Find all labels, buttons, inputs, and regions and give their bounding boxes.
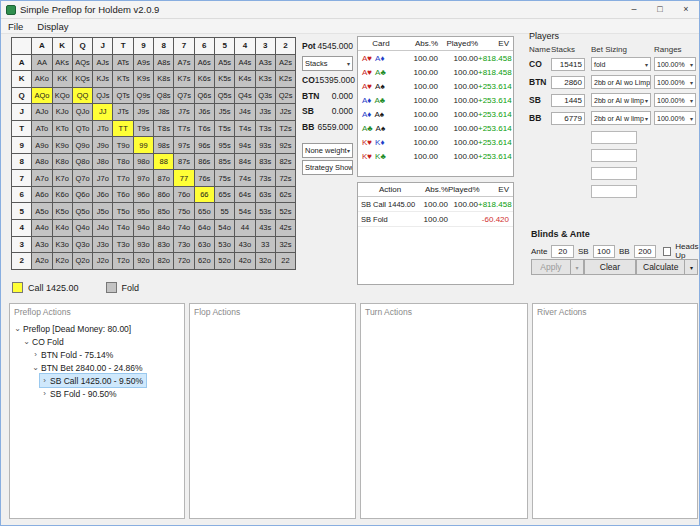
matrix-cell-Q7s[interactable]: Q7s xyxy=(174,88,194,105)
matrix-cell-98o[interactable]: 98o xyxy=(134,154,154,171)
matrix-cell-AJs[interactable]: AJs xyxy=(93,55,113,72)
matrix-cell-92s[interactable]: 92s xyxy=(276,137,296,154)
matrix-cell-72o[interactable]: 72o xyxy=(174,253,194,270)
matrix-cell-TT[interactable]: TT xyxy=(113,121,133,138)
matrix-cell-63s[interactable]: 63s xyxy=(256,187,276,204)
matrix-cell-K6o[interactable]: K6o xyxy=(53,187,73,204)
tree-expand-icon[interactable]: › xyxy=(31,350,40,359)
card-row[interactable]: A♦A♣100.00100.00+253.614 xyxy=(358,93,513,107)
matrix-cell-75s[interactable]: 75s xyxy=(215,170,235,187)
matrix-cell-95o[interactable]: 95o xyxy=(134,203,154,220)
matrix-cell-K7o[interactable]: K7o xyxy=(53,170,73,187)
empty-player-slot[interactable] xyxy=(591,185,637,198)
matrix-cell-63o[interactable]: 63o xyxy=(195,237,215,254)
matrix-cell-76s[interactable]: 76s xyxy=(195,170,215,187)
matrix-cell-74o[interactable]: 74o xyxy=(174,220,194,237)
matrix-cell-Q6o[interactable]: Q6o xyxy=(73,187,93,204)
matrix-cell-86o[interactable]: 86o xyxy=(154,187,174,204)
bet-sizing-dropdown[interactable]: fold▾ xyxy=(591,57,651,71)
matrix-cell-KJo[interactable]: KJo xyxy=(53,104,73,121)
matrix-cell-83s[interactable]: 83s xyxy=(256,154,276,171)
matrix-cell-33[interactable]: 33 xyxy=(256,237,276,254)
player-stack-input[interactable]: 2860 xyxy=(551,76,585,89)
matrix-cell-96o[interactable]: 96o xyxy=(134,187,154,204)
matrix-cell-AKs[interactable]: AKs xyxy=(53,55,73,72)
matrix-cell-85s[interactable]: 85s xyxy=(215,154,235,171)
matrix-cell-T4s[interactable]: T4s xyxy=(235,121,255,138)
matrix-cell-QQ[interactable]: QQ xyxy=(73,88,93,105)
matrix-cell-64o[interactable]: 64o xyxy=(195,220,215,237)
matrix-cell-KJs[interactable]: KJs xyxy=(93,71,113,88)
matrix-cell-77[interactable]: 77 xyxy=(174,170,194,187)
matrix-cell-K2o[interactable]: K2o xyxy=(53,253,73,270)
matrix-cell-J7s[interactable]: J7s xyxy=(174,104,194,121)
card-row[interactable]: A♥A♣100.00100.00+818.458 xyxy=(358,65,513,79)
matrix-cell-KQs[interactable]: KQs xyxy=(73,71,93,88)
apply-button[interactable]: Apply xyxy=(531,259,571,275)
matrix-cell-52o[interactable]: 52o xyxy=(215,253,235,270)
calculate-button[interactable]: Calculate xyxy=(636,259,685,275)
matrix-cell-A5o[interactable]: A5o xyxy=(32,203,52,220)
matrix-cell-J9o[interactable]: J9o xyxy=(93,137,113,154)
matrix-cell-J8s[interactable]: J8s xyxy=(154,104,174,121)
matrix-cell-98s[interactable]: 98s xyxy=(154,137,174,154)
matrix-cell-A5s[interactable]: A5s xyxy=(215,55,235,72)
matrix-cell-55[interactable]: 55 xyxy=(215,203,235,220)
maximize-icon[interactable]: □ xyxy=(647,1,673,18)
matrix-cell-62o[interactable]: 62o xyxy=(195,253,215,270)
matrix-cell-A7s[interactable]: A7s xyxy=(174,55,194,72)
matrix-cell-A3o[interactable]: A3o xyxy=(32,237,52,254)
weight-dropdown[interactable]: None weight ▾ xyxy=(302,143,353,158)
matrix-cell-Q2s[interactable]: Q2s xyxy=(276,88,296,105)
matrix-cell-QTo[interactable]: QTo xyxy=(73,121,93,138)
matrix-cell-KTs[interactable]: KTs xyxy=(113,71,133,88)
matrix-cell-88[interactable]: 88 xyxy=(154,154,174,171)
player-stack-input[interactable]: 6779 xyxy=(551,112,585,125)
matrix-cell-54o[interactable]: 54o xyxy=(215,220,235,237)
matrix-cell-84o[interactable]: 84o xyxy=(154,220,174,237)
matrix-cell-JTo[interactable]: JTo xyxy=(93,121,113,138)
empty-player-slot[interactable] xyxy=(591,149,637,162)
matrix-cell-A4o[interactable]: A4o xyxy=(32,220,52,237)
matrix-cell-52s[interactable]: 52s xyxy=(276,203,296,220)
minimize-icon[interactable]: – xyxy=(621,1,647,18)
matrix-cell-Q8s[interactable]: Q8s xyxy=(154,88,174,105)
matrix-cell-85o[interactable]: 85o xyxy=(154,203,174,220)
matrix-cell-A6s[interactable]: A6s xyxy=(195,55,215,72)
matrix-cell-65s[interactable]: 65s xyxy=(215,187,235,204)
matrix-cell-32s[interactable]: 32s xyxy=(276,237,296,254)
matrix-cell-Q2o[interactable]: Q2o xyxy=(73,253,93,270)
matrix-cell-22[interactable]: 22 xyxy=(276,253,296,270)
matrix-cell-32o[interactable]: 32o xyxy=(256,253,276,270)
stacks-dropdown[interactable]: Stacks ▾ xyxy=(302,56,353,71)
matrix-cell-JTs[interactable]: JTs xyxy=(113,104,133,121)
matrix-cell-AQs[interactable]: AQs xyxy=(73,55,93,72)
ante-input[interactable]: 20 xyxy=(551,245,573,258)
matrix-cell-94o[interactable]: 94o xyxy=(134,220,154,237)
tree-item[interactable]: ⌄Preflop [Dead Money: 80.00] xyxy=(13,322,134,335)
action-row[interactable]: SB Call 1445.00100.00100.00+818.458 xyxy=(358,197,513,212)
matrix-cell-A2s[interactable]: A2s xyxy=(276,55,296,72)
tree-item[interactable]: ›SB Fold - 90.50% xyxy=(40,387,120,400)
bet-sizing-dropdown[interactable]: 2bb or AI w limp▾ xyxy=(591,93,651,107)
matrix-cell-J6s[interactable]: J6s xyxy=(195,104,215,121)
matrix-cell-J6o[interactable]: J6o xyxy=(93,187,113,204)
matrix-cell-KQo[interactable]: KQo xyxy=(53,88,73,105)
matrix-cell-44[interactable]: 44 xyxy=(235,220,255,237)
card-row[interactable]: K♥K♦100.00100.00+253.614 xyxy=(358,135,513,149)
sb-input[interactable]: 100 xyxy=(593,245,615,258)
matrix-cell-A4s[interactable]: A4s xyxy=(235,55,255,72)
ranges-dropdown[interactable]: 100.00%▾ xyxy=(654,93,696,107)
matrix-cell-J9s[interactable]: J9s xyxy=(134,104,154,121)
matrix-cell-K9s[interactable]: K9s xyxy=(134,71,154,88)
tree-expand-icon[interactable]: › xyxy=(40,376,49,385)
matrix-cell-T8s[interactable]: T8s xyxy=(154,121,174,138)
bet-sizing-dropdown[interactable]: 2bb or AI w limp▾ xyxy=(591,111,651,125)
matrix-cell-Q7o[interactable]: Q7o xyxy=(73,170,93,187)
matrix-cell-T7s[interactable]: T7s xyxy=(174,121,194,138)
matrix-cell-86s[interactable]: 86s xyxy=(195,154,215,171)
bb-input[interactable]: 200 xyxy=(634,245,656,258)
matrix-cell-K5s[interactable]: K5s xyxy=(215,71,235,88)
matrix-cell-QJo[interactable]: QJo xyxy=(73,104,93,121)
matrix-cell-K6s[interactable]: K6s xyxy=(195,71,215,88)
